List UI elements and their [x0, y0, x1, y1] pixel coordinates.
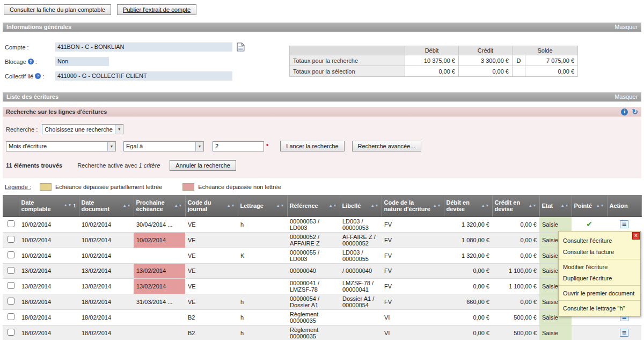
action-menu-icon[interactable]: ≡: [620, 329, 628, 337]
row-checkbox[interactable]: [8, 298, 14, 305]
cell-journal: VE: [185, 232, 238, 248]
compte-label: Compte :: [5, 44, 29, 50]
grid-header-lettrage[interactable]: Lettrage▲▼: [238, 195, 287, 216]
grid-header-code-nature[interactable]: Code de la nature d'écriture▲▼: [382, 195, 444, 216]
context-menu-item[interactable]: Consulter le lettrage "h": [559, 302, 640, 314]
totals-wrap: Débit Crédit Solde Totaux pour la recher…: [289, 46, 577, 86]
row-checkbox[interactable]: [8, 267, 14, 274]
row-checkbox[interactable]: [8, 220, 14, 227]
row-checkbox[interactable]: [8, 329, 14, 336]
context-menu-item[interactable]: Consulter la facture: [559, 246, 640, 257]
refresh-icon[interactable]: ↻: [632, 107, 638, 116]
grid-header-date-document[interactable]: Date document▲▼: [79, 195, 134, 216]
row-checkbox[interactable]: [8, 313, 14, 320]
grid-header-select: [3, 195, 19, 216]
consult-plan-button[interactable]: Consulter la fiche du plan comptable: [4, 4, 111, 15]
action-menu-icon[interactable]: ≡: [620, 220, 628, 228]
legend-label: Légende :: [5, 184, 31, 190]
required-star: *: [266, 143, 268, 149]
grid-header-etat[interactable]: Etat▲▼: [539, 195, 572, 216]
cell-reference: 00000053 / LD003: [287, 216, 340, 232]
document-icon[interactable]: [237, 42, 245, 52]
cell-select: [3, 309, 19, 325]
advanced-search-button[interactable]: Recherche avancée...: [352, 141, 421, 151]
totals-sens: [513, 66, 525, 77]
grid-header-reference[interactable]: Référence▲▼: [287, 195, 340, 216]
legend-swatch: [182, 183, 194, 191]
cell-lettrage: h: [238, 294, 287, 309]
cell-libelle: Dossier A1 / 00000054: [340, 294, 382, 309]
cell-select: [3, 263, 19, 278]
cell-credit: 0,00 €: [492, 248, 539, 263]
section-ecritures-bar: Liste des écritures Masquer: [3, 92, 641, 102]
section-infos-title: Informations générales: [6, 23, 71, 32]
publish-extract-button[interactable]: Publier l'extrait de compte: [117, 4, 196, 15]
info-icon[interactable]: i: [621, 108, 628, 115]
grid-header-prochaine-echeance[interactable]: Prochaine échéance▲▼: [134, 195, 185, 216]
cell-date-comptable: 10/02/2014: [19, 248, 79, 263]
hide-ecritures-link[interactable]: Masquer: [614, 92, 638, 102]
cell-date-comptable: 18/02/2014: [19, 309, 79, 325]
totals-row: Totaux pour la recherche10 375,00 €3 300…: [290, 55, 578, 66]
grid-header-libelle[interactable]: Libellé▲▼: [340, 195, 382, 216]
grid-header-date-comptable[interactable]: Date comptable▲▼1: [19, 195, 79, 216]
cell-select: [3, 294, 19, 309]
row-checkbox[interactable]: [8, 251, 14, 258]
row-checkbox[interactable]: [8, 282, 14, 289]
blocage-label: Blocage: [5, 59, 26, 65]
grid-header-pointe[interactable]: Pointé▲▼: [572, 195, 607, 216]
cell-date-comptable: 18/02/2014: [19, 325, 79, 340]
compte-row: Compte : 411BON - C - BONKLIAN: [5, 42, 289, 52]
grid-header-action: Action: [607, 195, 641, 216]
row-checkbox[interactable]: [8, 236, 14, 243]
cell-date-document: 18/02/2014: [79, 294, 134, 309]
chevron-down-icon: ▼: [107, 142, 115, 151]
context-menu-item[interactable]: Consulter l'écriture: [559, 235, 640, 246]
cell-etat: Saisie: [539, 325, 572, 340]
grid-header-credit-devise[interactable]: Crédit en devise▲▼: [492, 195, 539, 216]
top-toolbar: Consulter la fiche du plan comptable Pub…: [3, 0, 641, 23]
criterion-value-input[interactable]: [213, 141, 264, 151]
cell-debit: 1 320,00 €: [444, 248, 492, 263]
criteria-row: Mois d'écriture ▼ Egal à ▼ * Lancer la r…: [6, 141, 637, 151]
cell-journal: B2: [185, 325, 238, 340]
sort-icon: ▲▼1: [64, 203, 77, 208]
cell-credit: 0,00 €: [492, 232, 539, 248]
search-label: Recherche :: [6, 126, 38, 133]
section-infos-bar: Informations générales Masquer: [3, 23, 641, 32]
cell-lettrage: [238, 232, 287, 248]
cancel-search-button[interactable]: Annuler la recherche: [170, 160, 236, 171]
run-search-button[interactable]: Lancer la recherche: [280, 141, 344, 151]
sort-icon: ▲▼: [123, 204, 131, 207]
chevron-down-icon: ▼: [195, 142, 203, 151]
hide-infos-link[interactable]: Masquer: [614, 23, 638, 32]
context-menu-item[interactable]: Ouvrir le premier document: [559, 287, 640, 299]
header-label: Pointé: [574, 202, 592, 209]
header-label: Crédit en devise: [495, 199, 528, 212]
context-menu: × Consulter l'écritureConsulter la factu…: [558, 231, 641, 316]
table-row: 10/02/201410/02/201430/04/2014 ...VEh000…: [3, 216, 641, 232]
legend-item: Echéance dépassée non lettrée: [182, 183, 281, 191]
totals-debit: 10 375,00 €: [405, 55, 459, 66]
totals-corner: [290, 46, 405, 55]
active-criteria-count: 1 critère: [139, 162, 160, 169]
grid-header-code-journal[interactable]: Code du journal▲▼: [185, 195, 238, 216]
colon: :: [42, 73, 44, 79]
close-icon[interactable]: ×: [632, 232, 640, 240]
field-select[interactable]: Mois d'écriture ▼: [6, 141, 116, 151]
grid-header-debit-devise[interactable]: Débit en devise▲▼: [444, 195, 492, 216]
cell-libelle: [340, 309, 382, 325]
table-row: 10/02/201410/02/2014VEK00000055 / LD003L…: [3, 248, 641, 263]
cell-reference: 00000055 / LD003: [287, 248, 340, 263]
help-icon[interactable]: ?: [28, 59, 34, 64]
operator-select[interactable]: Egal à ▼: [123, 141, 204, 151]
cell-credit: 1 100,00 €: [492, 278, 539, 294]
cell-libelle: / 00000040: [340, 263, 382, 278]
help-icon[interactable]: ?: [35, 73, 41, 79]
cell-reference: 00000054 / Dossier A1: [287, 294, 340, 309]
context-menu-item[interactable]: Dupliquer l'écriture: [559, 272, 640, 284]
results-row: 11 éléments trouvés Recherche active ave…: [6, 160, 637, 171]
context-menu-item[interactable]: Modifier l'écriture: [559, 261, 640, 272]
cell-date-document: 10/02/2014: [79, 248, 134, 263]
saved-search-select[interactable]: Choisissez une recherche ▼: [42, 124, 123, 134]
